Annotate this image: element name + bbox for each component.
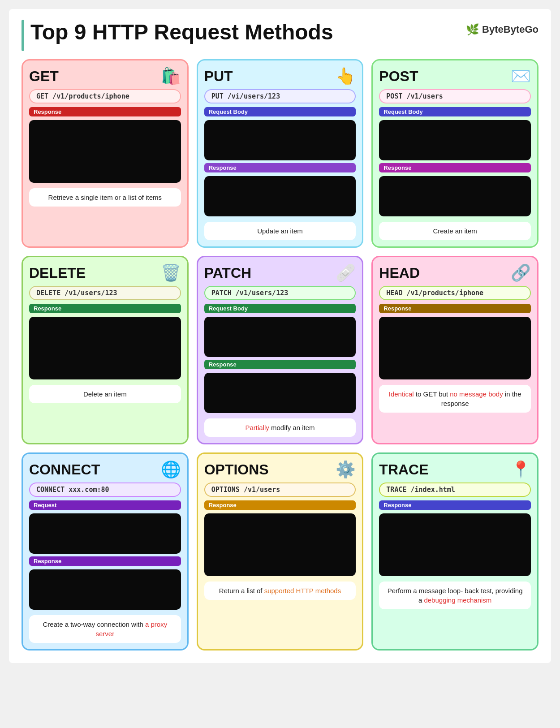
delete-response-box [29, 317, 181, 379]
connect-desc-prefix: Create a two-way connection with [43, 620, 145, 628]
card-get: GET 🛍️ GET /v1/products/iphone Response … [22, 59, 189, 248]
connect-header: CONNECT 🌐 [29, 460, 181, 479]
trace-response-box [379, 513, 531, 576]
card-put: PUT 👆 PUT /vi/users/123 Request Body Res… [197, 59, 364, 248]
patch-request-badge: Request Body [204, 304, 356, 313]
brand-icon: 🌿 [466, 23, 479, 36]
patch-request-box [204, 317, 356, 357]
connect-body: Request Response [29, 500, 181, 610]
patch-description: Partially modify an item [204, 418, 356, 437]
options-desc-highlight: supported HTTP methods [264, 587, 341, 594]
trace-method-name: TRACE [379, 461, 428, 478]
put-request-box [204, 120, 356, 160]
patch-header: PATCH 🩹 [204, 263, 356, 282]
head-icon: 🔗 [511, 263, 531, 282]
delete-icon: 🗑️ [161, 263, 181, 282]
put-url: PUT /vi/users/123 [204, 89, 356, 103]
put-body: Request Body Response [204, 107, 356, 216]
brand-name: ByteByteGo [482, 24, 538, 35]
options-header: OPTIONS ⚙️ [204, 460, 356, 479]
put-response-box [204, 176, 356, 216]
head-response-badge: Response [379, 304, 531, 313]
card-connect: CONNECT 🌐 CONNECT xxx.com:80 Request Res… [22, 452, 189, 650]
patch-url: PATCH /v1/users/123 [204, 286, 356, 300]
delete-url: DELETE /v1/users/123 [29, 286, 181, 300]
head-description: Identical to GET but no message body in … [379, 385, 531, 413]
post-icon: ✉️ [511, 67, 531, 86]
connect-response-badge: Response [29, 556, 181, 566]
card-delete: DELETE 🗑️ DELETE /v1/users/123 Response … [22, 256, 189, 444]
options-response-badge: Response [204, 500, 356, 510]
trace-response-badge: Response [379, 500, 531, 510]
head-body: Response [379, 304, 531, 379]
get-icon: 🛍️ [161, 67, 181, 86]
post-description: Create an item [379, 222, 531, 240]
card-patch: PATCH 🩹 PATCH /v1/users/123 Request Body… [197, 256, 364, 444]
patch-body: Request Body Response [204, 304, 356, 413]
put-description: Update an item [204, 222, 356, 240]
card-head: HEAD 🔗 HEAD /v1/products/iphone Response… [371, 256, 538, 444]
trace-desc-highlight: debugging mechanism [424, 596, 491, 604]
head-url: HEAD /v1/products/iphone [379, 286, 531, 300]
accent-bar [22, 20, 24, 51]
put-response-badge: Response [204, 163, 356, 172]
patch-response-box [204, 373, 356, 413]
connect-url: CONNECT xxx.com:80 [29, 482, 181, 497]
card-options: OPTIONS ⚙️ OPTIONS /v1/users Response Re… [197, 452, 364, 650]
post-request-box [379, 120, 531, 160]
get-response-box [29, 120, 181, 183]
get-description: Retrieve a single item or a list of item… [29, 188, 181, 207]
put-method-name: PUT [204, 68, 233, 85]
put-icon: 👆 [336, 67, 356, 86]
get-body: Response [29, 107, 181, 183]
connect-description: Create a two-way connection with a proxy… [29, 615, 181, 643]
head-desc-prefix: Identical [389, 390, 414, 398]
cards-grid: GET 🛍️ GET /v1/products/iphone Response … [22, 59, 538, 650]
brand: 🌿 ByteByteGo [466, 23, 538, 36]
put-request-badge: Request Body [204, 107, 356, 116]
delete-response-badge: Response [29, 304, 181, 313]
options-body: Response [204, 500, 356, 576]
connect-request-box [29, 513, 181, 554]
connect-method-name: CONNECT [29, 461, 100, 478]
patch-desc-prefix: Partially [245, 424, 269, 431]
page: Top 9 HTTP Request Methods 🌿 ByteByteGo … [9, 9, 551, 663]
head-response-box [379, 317, 531, 379]
options-description: Return a list of supported HTTP methods [204, 582, 356, 600]
trace-body: Response [379, 500, 531, 576]
get-url: GET /v1/products/iphone [29, 89, 181, 103]
card-post: POST ✉️ POST /v1/users Request Body Resp… [371, 59, 538, 248]
delete-body: Response [29, 304, 181, 379]
header: Top 9 HTTP Request Methods 🌿 ByteByteGo [22, 20, 538, 51]
head-desc-mid: to GET but [414, 390, 450, 398]
get-method-name: GET [29, 68, 59, 85]
trace-description: Perform a message loop- back test, provi… [379, 582, 531, 609]
card-trace: TRACE 📍 TRACE /index.html Response Perfo… [371, 452, 538, 650]
get-response-badge: Response [29, 107, 181, 116]
patch-response-badge: Response [204, 360, 356, 369]
head-header: HEAD 🔗 [379, 263, 531, 282]
post-response-badge: Response [379, 163, 531, 172]
delete-header: DELETE 🗑️ [29, 263, 181, 282]
options-url: OPTIONS /v1/users [204, 482, 356, 497]
head-method-name: HEAD [379, 265, 420, 281]
page-title: Top 9 HTTP Request Methods [30, 20, 466, 44]
patch-icon: 🩹 [336, 263, 356, 282]
connect-request-badge: Request [29, 500, 181, 510]
delete-method-name: DELETE [29, 265, 86, 281]
options-icon: ⚙️ [336, 460, 356, 479]
options-method-name: OPTIONS [204, 461, 269, 478]
post-method-name: POST [379, 68, 418, 85]
connect-icon: 🌐 [161, 460, 181, 479]
get-header: GET 🛍️ [29, 67, 181, 86]
patch-desc-suffix: modify an item [269, 424, 315, 431]
head-desc-highlight: no message body [450, 390, 503, 398]
options-response-box [204, 513, 356, 576]
post-body: Request Body Response [379, 107, 531, 216]
trace-icon: 📍 [511, 460, 531, 479]
put-header: PUT 👆 [204, 67, 356, 86]
patch-method-name: PATCH [204, 265, 251, 281]
post-response-box [379, 176, 531, 216]
post-request-badge: Request Body [379, 107, 531, 116]
delete-description: Delete an item [29, 385, 181, 403]
